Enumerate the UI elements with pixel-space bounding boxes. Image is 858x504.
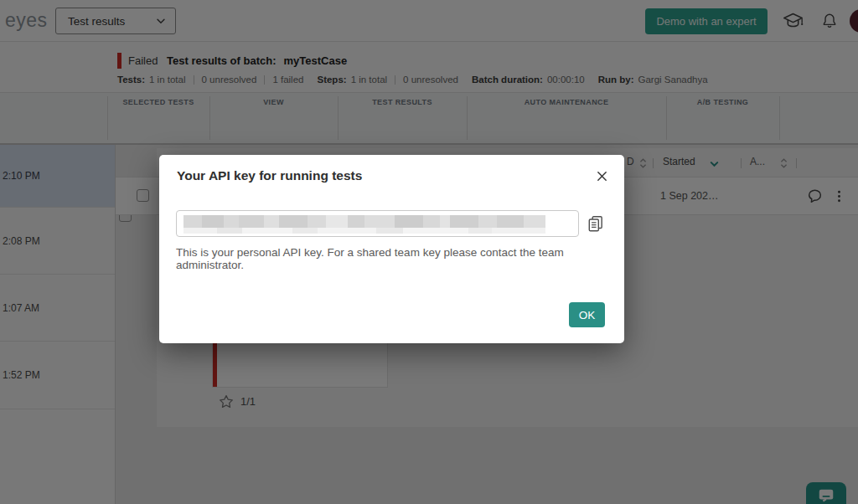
modal-title: Your API key for running tests bbox=[177, 168, 362, 183]
copy-icon[interactable] bbox=[587, 214, 605, 233]
ok-button[interactable]: OK bbox=[569, 302, 605, 327]
api-key-redacted-value bbox=[183, 228, 545, 234]
api-key-redacted-value bbox=[183, 215, 545, 228]
app-root: eyes Test results Demo with an expert Fa… bbox=[0, 0, 858, 504]
api-key-input[interactable] bbox=[176, 210, 579, 237]
modal-description: This is your personal API key. For a sha… bbox=[176, 246, 612, 271]
api-key-modal: Your API key for running tests This is y… bbox=[159, 155, 624, 343]
close-icon[interactable] bbox=[595, 166, 615, 186]
